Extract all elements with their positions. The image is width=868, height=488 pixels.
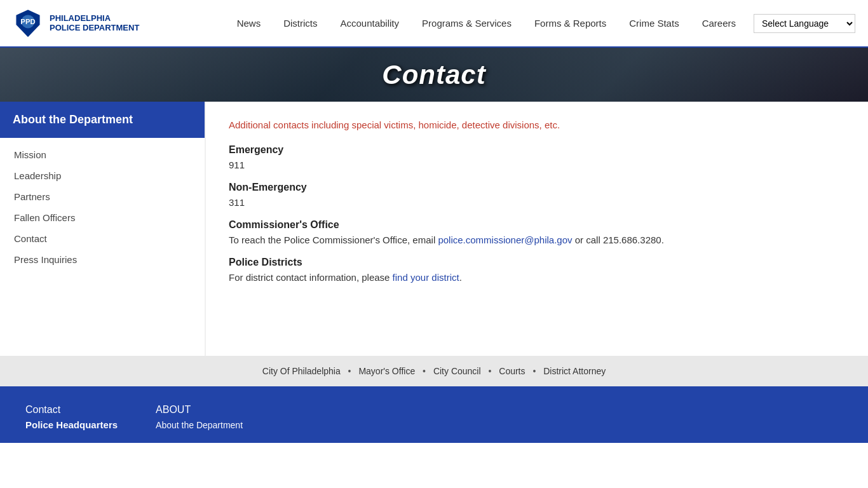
sidebar-link-leadership[interactable]: Leadership	[0, 165, 205, 186]
sidebar-heading: About the Department	[0, 102, 205, 138]
sidebar-item-leadership[interactable]: Leadership	[0, 165, 205, 186]
sidebar-item-mission[interactable]: Mission	[0, 144, 205, 165]
police-districts-value: For district contact information, please…	[229, 272, 845, 283]
find-district-link[interactable]: find your district	[393, 272, 459, 283]
separator-1: •	[348, 366, 351, 376]
commissioner-value: To reach the Police Commissioner's Offic…	[229, 234, 845, 245]
language-select[interactable]: Select Language	[754, 14, 855, 33]
sidebar-link-press[interactable]: Press Inquiries	[0, 249, 205, 270]
footer-links-bar: City Of Philadelphia • Mayor's Office • …	[0, 356, 868, 386]
commissioner-email[interactable]: police.commissioner@phila.gov	[438, 234, 572, 245]
svg-text:PPD: PPD	[20, 18, 35, 25]
main-layout: About the Department Mission Leadership …	[0, 102, 868, 356]
main-nav: News Districts Accountability Programs &…	[140, 14, 855, 33]
nav-forms[interactable]: Forms & Reports	[523, 18, 618, 29]
nav-districts[interactable]: Districts	[272, 18, 329, 29]
emergency-section: Emergency 911	[229, 144, 845, 170]
nav-crime-stats[interactable]: Crime Stats	[618, 18, 690, 29]
footer-about-link[interactable]: About the Department	[156, 420, 243, 430]
footer-link-mayors[interactable]: Mayor's Office	[358, 366, 415, 376]
footer-link-council[interactable]: City Council	[433, 366, 481, 376]
additional-contacts-link[interactable]: Additional contacts including special vi…	[229, 119, 845, 130]
sidebar-item-fallen-officers[interactable]: Fallen Officers	[0, 207, 205, 228]
footer-hq-subheading: Police Headquarters	[25, 419, 118, 430]
commissioner-label: Commissioner's Office	[229, 219, 845, 231]
emergency-label: Emergency	[229, 144, 845, 156]
logo-city: PHILADELPHIA	[50, 14, 139, 23]
shield-icon: PPD	[13, 8, 43, 39]
commissioner-section: Commissioner's Office To reach the Polic…	[229, 219, 845, 245]
separator-2: •	[423, 366, 426, 376]
non-emergency-value: 311	[229, 197, 845, 208]
separator-3: •	[488, 366, 491, 376]
non-emergency-section: Non-Emergency 311	[229, 182, 845, 208]
footer-col-about: ABOUT About the Department	[156, 404, 243, 430]
separator-4: •	[532, 366, 536, 376]
sidebar-link-fallen-officers[interactable]: Fallen Officers	[0, 207, 205, 228]
sidebar-link-partners[interactable]: Partners	[0, 186, 205, 207]
sidebar-link-mission[interactable]: Mission	[0, 144, 205, 165]
footer-bottom: Contact Police Headquarters ABOUT About …	[0, 386, 868, 443]
hero-banner: Contact	[0, 48, 868, 102]
sidebar: About the Department Mission Leadership …	[0, 102, 205, 356]
sidebar-item-contact[interactable]: Contact	[0, 228, 205, 249]
police-districts-label: Police Districts	[229, 257, 845, 268]
footer-contact-heading: Contact	[25, 404, 118, 416]
logo-dept: POLICE DEPARTMENT	[50, 24, 139, 32]
sidebar-item-partners[interactable]: Partners	[0, 186, 205, 207]
sidebar-item-press[interactable]: Press Inquiries	[0, 249, 205, 270]
footer-about-heading: ABOUT	[156, 404, 243, 416]
site-header: PPD PHILADELPHIA POLICE DEPARTMENT News …	[0, 0, 868, 48]
footer-link-courts[interactable]: Courts	[499, 366, 525, 376]
nav-news[interactable]: News	[226, 18, 273, 29]
sidebar-link-contact[interactable]: Contact	[0, 228, 205, 249]
footer-link-city[interactable]: City Of Philadelphia	[262, 366, 341, 376]
logo-text: PHILADELPHIA POLICE DEPARTMENT	[50, 14, 139, 32]
logo-link[interactable]: PPD PHILADELPHIA POLICE DEPARTMENT	[13, 8, 140, 39]
nav-programs[interactable]: Programs & Services	[410, 18, 523, 29]
nav-accountability[interactable]: Accountability	[329, 18, 410, 29]
non-emergency-label: Non-Emergency	[229, 182, 845, 193]
sidebar-nav: Mission Leadership Partners Fallen Offic…	[0, 138, 205, 276]
footer-col-contact: Contact Police Headquarters	[25, 404, 118, 430]
emergency-value: 911	[229, 159, 845, 170]
police-districts-section: Police Districts For district contact in…	[229, 257, 845, 283]
nav-careers[interactable]: Careers	[691, 18, 747, 29]
footer-link-da[interactable]: District Attorney	[543, 366, 606, 376]
page-title: Contact	[382, 60, 485, 90]
main-content: Additional contacts including special vi…	[206, 102, 868, 356]
